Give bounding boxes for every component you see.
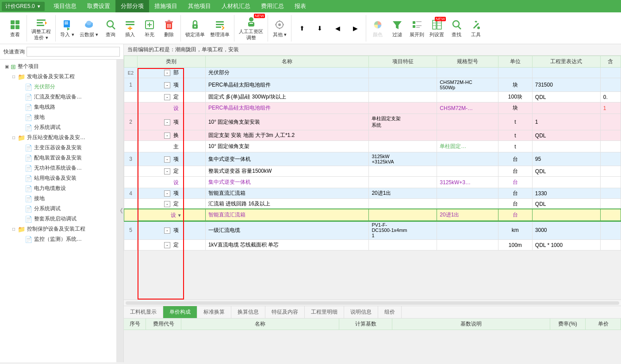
search-input[interactable]: [27, 47, 120, 57]
expand-btn[interactable]: -: [164, 119, 170, 125]
tree-item-control[interactable]: □ 📁 控制保护设备及安装工程: [0, 224, 116, 234]
tab-unit-price[interactable]: 单价构成: [163, 306, 197, 318]
expand-btn[interactable]: -: [164, 168, 170, 174]
toolbar-btn-up[interactable]: ⬆: [293, 20, 311, 36]
cell-name[interactable]: 智能直流汇流箱: [205, 188, 368, 199]
cell-type[interactable]: - 项: [138, 114, 206, 130]
toolbar-btn-find[interactable]: 查找: [447, 17, 466, 39]
toolbar-btn-insert[interactable]: 插入: [120, 17, 140, 39]
tree-item-subsys2[interactable]: 📄 分系统调试: [0, 204, 116, 214]
tab-quantity-detail[interactable]: 工程里明细: [305, 306, 344, 318]
tree-item-power-gen[interactable]: □ 📁 发电设备及安装工程: [0, 72, 116, 82]
table-row-selected[interactable]: 设 ▼ 智能直流汇流箱 20进1出 台: [124, 209, 621, 221]
expand-btn[interactable]: -: [164, 201, 170, 207]
cell-type[interactable]: - 项: [138, 78, 206, 92]
cell-name[interactable]: 1kV直流电缆 芯线截面积 单芯: [205, 240, 368, 250]
cell-name[interactable]: 固定支架 安装 地面 大于3m 人工*1.2: [205, 130, 368, 141]
h-scrollbar[interactable]: [124, 300, 621, 306]
tree-item-grounding1[interactable]: 📄 接地: [0, 112, 116, 122]
cell-name[interactable]: 集中式逆变一体机: [205, 177, 368, 188]
toolbar-btn-lock[interactable]: 锁定清单: [183, 17, 207, 39]
tab-features[interactable]: 特征及内容: [265, 306, 305, 318]
expand-btn[interactable]: -: [164, 82, 170, 88]
expand-btn[interactable]: -: [164, 70, 170, 76]
cell-type[interactable]: - 项: [138, 221, 206, 240]
cell-type[interactable]: 主: [138, 141, 206, 152]
toolbar-btn-import[interactable]: 导入 ▾: [58, 17, 77, 39]
toolbar-btn-left[interactable]: ◀: [329, 20, 346, 36]
menu-item-project-info[interactable]: 项目信息: [48, 0, 82, 12]
toolbar-btn-expand[interactable]: 展开到: [407, 17, 427, 39]
sidebar-collapse-btn[interactable]: 《: [116, 60, 123, 362]
menu-item-report[interactable]: 报表: [289, 0, 311, 12]
toolbar-btn-other[interactable]: 其他 ▾: [270, 17, 289, 39]
tree-item-station-power[interactable]: 📄 站用电设备及安装: [0, 173, 116, 183]
cell-type[interactable]: - 定: [138, 92, 206, 102]
power-gen-toggle[interactable]: □: [11, 74, 17, 80]
cell-type[interactable]: - 换: [138, 130, 206, 141]
cell-type[interactable]: 设 ▼: [138, 209, 206, 221]
menu-item-labor-summary[interactable]: 人材机汇总: [216, 0, 256, 12]
app-logo[interactable]: 计价GRE5.0 ▼: [2, 2, 45, 11]
tree-item-startup[interactable]: 📄 整套系统启动调试: [0, 214, 116, 224]
tree-item-collector[interactable]: 📄 集电线路: [0, 102, 116, 112]
cell-type[interactable]: 设: [138, 102, 206, 114]
expand-btn[interactable]: -: [164, 156, 170, 163]
expand-btn[interactable]: -: [164, 242, 170, 248]
control-toggle[interactable]: □: [11, 226, 17, 232]
tree-item-transformer[interactable]: 📄 主变压器设备及安装: [0, 143, 116, 153]
toolbar-btn-right[interactable]: ▶: [346, 20, 364, 36]
cell-type[interactable]: - 项: [138, 188, 206, 199]
cell-type[interactable]: - 项: [138, 152, 206, 166]
toolbar-btn-clean[interactable]: 整理清单: [207, 17, 232, 39]
tree-item-cable-laying[interactable]: 📄 电力电缆敷设: [0, 183, 116, 193]
tree-item-reactive[interactable]: 📄 无功补偿系统设备…: [0, 163, 116, 173]
menu-item-division[interactable]: 分部分项: [115, 0, 149, 12]
toolbar-btn-adjust[interactable]: 调整工程造价 ▾: [29, 14, 54, 42]
cell-type[interactable]: - 定: [138, 199, 206, 209]
toolbar-btn-color[interactable]: 颜色: [368, 17, 387, 39]
cell-name[interactable]: 汇流箱 进线回路 16及以上: [205, 199, 368, 209]
tree-item-subsys1[interactable]: 📄 分系统调试: [0, 122, 116, 133]
tab-description[interactable]: 说明信息: [344, 306, 378, 318]
menu-item-measures[interactable]: 措施项目: [149, 0, 183, 12]
tree-item-root[interactable]: ▣ ⊞ 整个项目: [0, 61, 116, 72]
cell-type[interactable]: 设: [138, 177, 206, 188]
tree-item-bus[interactable]: 📄 汇流及变配电设备…: [0, 92, 116, 102]
menu-item-other-projects[interactable]: 其他项目: [183, 0, 216, 12]
cell-name[interactable]: 一级汇流电缆: [205, 221, 368, 240]
tab-labor-machine[interactable]: 工料机显示: [124, 306, 163, 318]
cell-type[interactable]: - 定: [138, 166, 206, 177]
tree-item-solar[interactable]: 📄 光伏部分: [0, 82, 116, 92]
cell-name[interactable]: PERC单晶硅太阳电池组件: [205, 78, 368, 92]
cell-name[interactable]: 光伏部分: [205, 68, 368, 78]
dropdown-arrow[interactable]: ▼: [177, 213, 182, 218]
cell-type[interactable]: - 定: [138, 240, 206, 250]
tree-item-switchgear[interactable]: 📄 配电装置设备及安装: [0, 153, 116, 163]
cell-type[interactable]: - 部: [138, 68, 206, 78]
cell-name[interactable]: 10° 固定倾角支架安装: [205, 114, 368, 130]
expand-btn[interactable]: -: [164, 133, 170, 139]
expand-btn[interactable]: -: [164, 228, 170, 234]
tab-pricing[interactable]: 组价: [378, 306, 402, 318]
substation-toggle[interactable]: □: [11, 135, 17, 141]
cell-name[interactable]: 固定式 多(单)晶硅 300Wp/块以上: [205, 92, 368, 102]
toolbar-btn-filter[interactable]: 过滤: [387, 17, 407, 39]
root-toggle[interactable]: ▣: [4, 64, 10, 70]
toolbar-btn-supplement[interactable]: 补充: [140, 17, 159, 39]
toolbar-btn-view[interactable]: 查看: [5, 17, 25, 39]
cell-name[interactable]: 智能直流汇流箱: [205, 209, 368, 221]
cell-name[interactable]: PERC单晶硅太阳电池组件: [205, 102, 368, 114]
toolbar-btn-labor[interactable]: NEW 人工工资区调整: [236, 14, 266, 42]
menu-item-fee-settings[interactable]: 取费设置: [82, 0, 115, 12]
toolbar-btn-col-settings[interactable]: NEW 列设置: [427, 17, 447, 39]
tree-item-grounding2[interactable]: 📄 接地: [0, 193, 116, 204]
tab-standard-conversion[interactable]: 标准换算: [197, 306, 231, 318]
cell-name[interactable]: 10° 固定倾角支架: [205, 141, 368, 152]
toolbar-btn-tools[interactable]: 工具: [466, 17, 486, 39]
toolbar-btn-query[interactable]: 查询: [101, 17, 120, 39]
menu-item-cost-summary[interactable]: 费用汇总: [256, 0, 289, 12]
tree-item-substation[interactable]: □ 📁 升压站变配电设备及安…: [0, 133, 116, 143]
toolbar-btn-delete[interactable]: 删除: [159, 17, 179, 39]
tree-item-scada[interactable]: 📄 监控（监测）系统…: [0, 234, 116, 244]
